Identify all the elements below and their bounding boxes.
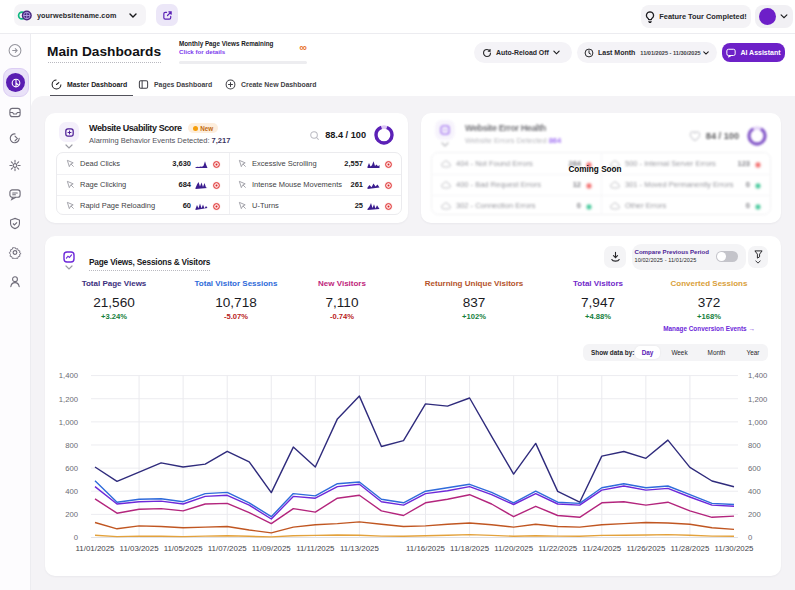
svg-text:11/09/2025: 11/09/2025 — [252, 544, 292, 553]
svg-text:0: 0 — [748, 533, 752, 542]
svg-text:600: 600 — [748, 464, 761, 473]
svg-text:11/26/2025: 11/26/2025 — [626, 544, 666, 553]
svg-text:11/24/2025: 11/24/2025 — [582, 544, 622, 553]
svg-text:11/16/2025: 11/16/2025 — [406, 544, 446, 553]
svg-text:800: 800 — [65, 441, 78, 450]
svg-text:400: 400 — [65, 487, 78, 496]
svg-text:1,400: 1,400 — [748, 371, 767, 380]
svg-text:11/01/2025: 11/01/2025 — [76, 544, 116, 553]
svg-text:11/30/2025: 11/30/2025 — [715, 544, 755, 553]
svg-text:800: 800 — [748, 441, 761, 450]
svg-text:600: 600 — [65, 464, 78, 473]
svg-text:0: 0 — [74, 533, 78, 542]
svg-text:11/07/2025: 11/07/2025 — [208, 544, 248, 553]
svg-text:11/11/2025: 11/11/2025 — [296, 544, 335, 553]
svg-text:200: 200 — [65, 510, 78, 519]
svg-text:1,200: 1,200 — [748, 395, 767, 404]
svg-text:11/13/2025: 11/13/2025 — [340, 544, 380, 553]
svg-text:11/18/2025: 11/18/2025 — [450, 544, 490, 553]
svg-text:11/20/2025: 11/20/2025 — [494, 544, 534, 553]
svg-text:1,200: 1,200 — [59, 395, 78, 404]
svg-text:11/05/2025: 11/05/2025 — [164, 544, 204, 553]
svg-text:11/28/2025: 11/28/2025 — [670, 544, 710, 553]
svg-text:1,000: 1,000 — [59, 418, 78, 427]
svg-text:1,400: 1,400 — [59, 371, 78, 380]
svg-text:1,000: 1,000 — [748, 418, 767, 427]
svg-text:11/22/2025: 11/22/2025 — [538, 544, 578, 553]
svg-text:11/03/2025: 11/03/2025 — [120, 544, 160, 553]
svg-text:400: 400 — [748, 487, 761, 496]
svg-text:200: 200 — [748, 510, 761, 519]
